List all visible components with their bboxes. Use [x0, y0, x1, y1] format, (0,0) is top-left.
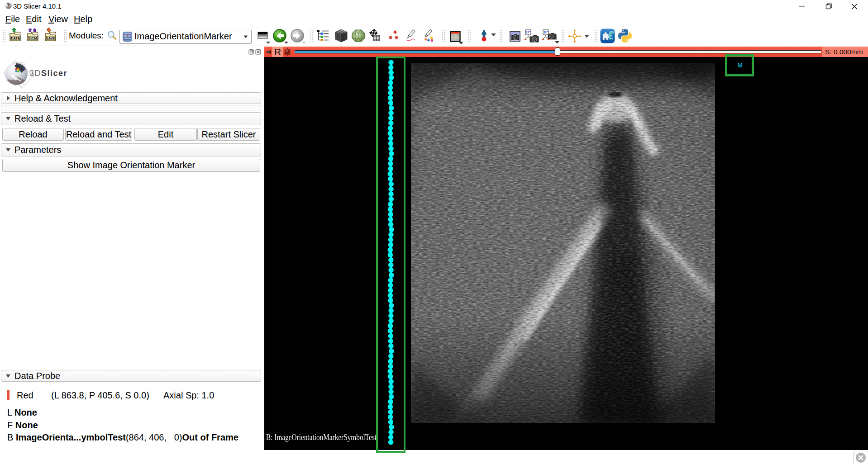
svg-text:SAVE: SAVE	[46, 36, 55, 40]
svg-text:Template: Template	[123, 38, 132, 40]
svg-text:DCM: DCM	[29, 36, 37, 40]
svg-text:DATA: DATA	[11, 36, 20, 40]
